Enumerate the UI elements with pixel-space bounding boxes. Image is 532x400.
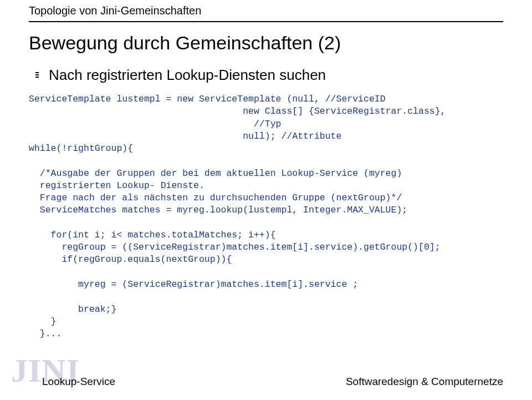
code-line: Frage nach der als nächsten zu durchsuch…	[29, 193, 402, 203]
code-line: null); //Attribute	[29, 131, 341, 141]
footer-right: Softwaredesign & Computernetze	[346, 376, 503, 388]
code-line: if(regGroup.equals(nextGroup)){	[29, 254, 232, 265]
code-line: ServiceMatches matches = myreg.lookup(lu…	[29, 205, 407, 215]
bullet-icon	[35, 72, 41, 78]
bullet-item: Nach registrierten Lookup-Diensten suche…	[35, 67, 326, 84]
code-line: for(int i; i< matches.totalMatches; i++)…	[29, 230, 276, 240]
code-line: }...	[29, 328, 62, 339]
code-line: /*Ausgabe der Gruppen der bei dem aktuel…	[29, 168, 402, 179]
code-line: myreg = (ServiceRegistrar)matches.item[i…	[29, 279, 358, 290]
code-line: registrierten Lookup- Dienste.	[29, 180, 204, 191]
footer-left: Lookup-Service	[42, 376, 115, 388]
slide: Topologie von Jini-Gemeinschaften Bewegu…	[0, 0, 532, 400]
code-line: ServiceTemplate lustempl = new ServiceTe…	[29, 94, 386, 104]
code-line: }	[29, 316, 57, 327]
code-block: ServiceTemplate lustempl = new ServiceTe…	[29, 93, 511, 340]
slide-title: Bewegung durch Gemeinschaften (2)	[29, 32, 341, 54]
code-line: while(!rightGroup){	[29, 143, 133, 154]
code-line: regGroup = ((ServiceRegistrar)matches.it…	[29, 242, 441, 252]
header-rule	[29, 21, 503, 22]
code-line: new Class[] {ServiceRegistrar.class},	[29, 106, 446, 117]
section-header: Topologie von Jini-Gemeinschaften	[29, 4, 201, 17]
code-line: break;}	[29, 304, 116, 315]
code-line: //Typ	[29, 119, 281, 129]
bullet-text: Nach registrierten Lookup-Diensten suche…	[49, 67, 326, 84]
